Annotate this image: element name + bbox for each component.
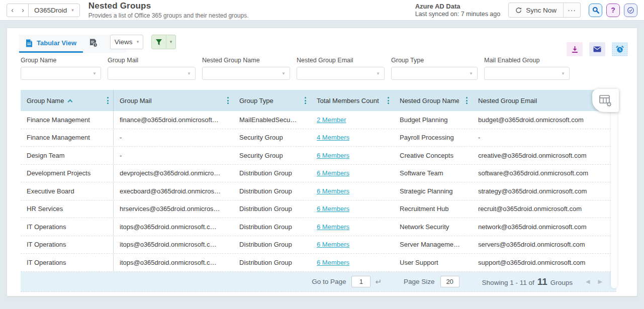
search-button[interactable] [589, 4, 602, 17]
filter-nested-group-email: Nested Group Email ▼ [297, 57, 385, 80]
showing-prefix: Showing 1 - 11 of [482, 279, 534, 286]
members-count-link[interactable]: 2 Member [317, 116, 346, 124]
cell-group-mail: itops@o365droid.onmicrosoft.c… [114, 254, 233, 271]
table-row[interactable]: IT Operationsitops@o365droid.onmicrosoft… [21, 236, 616, 254]
cell-nested-group-email: creative@o365droid.onmicrosoft.com [472, 147, 616, 164]
page-subtitle: Provides a list of Office 365 groups and… [88, 12, 249, 19]
column-menu-icon[interactable] [385, 95, 392, 106]
next-page-button[interactable]: ▶ [598, 278, 602, 285]
column-header-total-members-count[interactable]: Total Members Count [311, 90, 394, 111]
email-button[interactable] [589, 42, 605, 56]
page-size-input[interactable] [440, 276, 459, 287]
filter-label: Mail Enabled Group [484, 57, 570, 64]
sync-now-button[interactable]: Sync Now [509, 3, 564, 17]
filter-select-mail-enabled-group[interactable]: ▼ [484, 67, 570, 80]
sync-button-group: Sync Now ··· [508, 3, 581, 18]
cell-nested-group-name: Server Manageme… [394, 236, 472, 254]
scrollbar-track[interactable] [611, 104, 617, 288]
cell-members: 2 Member [311, 111, 394, 129]
filter-label: Nested Group Email [297, 57, 385, 64]
column-menu-icon[interactable] [464, 95, 470, 106]
more-options-button[interactable]: ··· [564, 3, 580, 17]
help-button[interactable]: ? [606, 4, 620, 17]
prev-page-button[interactable]: ◀ [586, 278, 590, 285]
column-label: Nested Group Name [400, 97, 459, 105]
filter-select-group-mail[interactable]: ▼ [108, 67, 196, 80]
column-settings-button[interactable] [592, 89, 619, 112]
table-row[interactable]: Finance Managementfinance@o365droid.onmi… [21, 111, 616, 129]
cell-group-mail: devprojects@o365droid.onmicro… [114, 165, 233, 182]
schedule-button[interactable] [612, 42, 628, 56]
column-menu-icon[interactable] [105, 95, 111, 106]
enter-icon: ↵ [375, 277, 382, 286]
cell-group-mail: execboard@o365droid.onmicros… [114, 182, 233, 200]
table-row[interactable]: IT Operationsitops@o365droid.onmicrosoft… [21, 218, 616, 236]
members-count-link[interactable]: 6 Members [317, 223, 349, 231]
column-header-group-type[interactable]: Group Type [233, 90, 311, 111]
table-row[interactable]: Development Projectsdevprojects@o365droi… [21, 165, 616, 183]
column-label: Group Mail [120, 97, 152, 105]
chevron-down-icon: ▼ [561, 71, 565, 76]
column-header-group-mail[interactable]: Group Mail [114, 90, 233, 111]
cell-members: 4 Members [311, 129, 394, 147]
filter-select-group-type[interactable]: ▼ [391, 67, 478, 80]
column-menu-icon[interactable] [225, 95, 231, 106]
forward-button[interactable]: › [18, 4, 28, 17]
app-selector-dropdown[interactable]: O365Droid ▾ [28, 4, 79, 17]
cell-group-name: Finance Management [21, 111, 114, 129]
chevron-down-icon: ▼ [187, 71, 191, 76]
cell-members: 6 Members [311, 218, 394, 236]
top-bar: ‹ › O365Droid ▾ Nested Groups Provides a… [0, 0, 644, 21]
members-count-link[interactable]: 6 Members [317, 241, 349, 248]
total-groups-count: 11 [537, 276, 547, 287]
cell-group-type: MailEnabledSecu… [233, 111, 311, 129]
cell-group-type: Security Group [233, 129, 311, 147]
table-row[interactable]: Finance Management-Security Group4 Membe… [21, 129, 616, 147]
filter-dropdown-button[interactable]: ▾ [166, 35, 175, 49]
column-header-nested-group-name[interactable]: Nested Group Name [394, 90, 472, 111]
members-count-link[interactable]: 6 Members [317, 259, 349, 266]
table-row[interactable]: IT Operationsitops@o365droid.onmicrosoft… [21, 254, 616, 272]
data-source-label: Azure AD Data [415, 3, 501, 10]
cell-group-mail: hrservices@o365droid.onmicros… [114, 200, 233, 218]
filter-label: Group Type [391, 57, 478, 64]
export-button[interactable] [567, 42, 583, 56]
tab-tabular-view[interactable]: Tabular View [19, 35, 83, 53]
showing-count: Showing 1 - 11 of 11 Groups [482, 276, 573, 287]
members-count-link[interactable]: 6 Members [317, 187, 349, 195]
column-label: Total Members Count [317, 97, 379, 105]
cell-group-mail: itops@o365droid.onmicrosoft.c… [114, 236, 233, 254]
page-number-input[interactable] [351, 276, 371, 287]
showing-suffix: Groups [550, 279, 573, 286]
cell-members: 6 Members [311, 165, 394, 182]
task-status-button[interactable] [624, 4, 637, 17]
back-button[interactable]: ‹ [7, 4, 18, 17]
filter-button[interactable] [152, 35, 166, 49]
members-count-link[interactable]: 4 Members [317, 134, 349, 141]
views-dropdown[interactable]: Views ▾ [110, 35, 143, 49]
members-count-link[interactable]: 6 Members [317, 152, 349, 159]
cell-group-type: Distribution Group [233, 200, 311, 218]
cell-group-mail: - [114, 147, 233, 164]
tab-scheduled-report-view[interactable] [83, 35, 104, 53]
cell-group-name: Development Projects [21, 165, 114, 182]
filter-group-mail: Group Mail ▼ [108, 57, 196, 80]
filter-select-nested-group-email[interactable]: ▼ [297, 67, 385, 80]
members-count-link[interactable]: 6 Members [317, 205, 349, 213]
cell-members: 6 Members [311, 236, 394, 254]
cell-group-name: HR Services [21, 200, 114, 218]
filter-mail-enabled-group: Mail Enabled Group ▼ [484, 57, 570, 80]
funnel-icon [155, 39, 162, 46]
filter-select-nested-group-name[interactable]: ▼ [202, 67, 290, 80]
filter-select-group-name[interactable]: ▼ [21, 67, 101, 80]
members-count-link[interactable]: 6 Members [317, 169, 349, 177]
pagination-bar: Go to Page ↵ Page Size Showing 1 - 11 of… [21, 272, 616, 292]
column-header-group-name[interactable]: Group Name [21, 90, 114, 111]
table-gear-icon [599, 94, 612, 107]
table-row[interactable]: Executive Boardexecboard@o365droid.onmic… [21, 182, 616, 200]
go-to-page-label: Go to Page [312, 278, 346, 285]
table-row[interactable]: Design Team-Security Group6 MembersCreat… [21, 147, 616, 165]
cell-nested-group-email: strategy@o365droid.onmicrosoft.com [472, 182, 616, 200]
column-menu-icon[interactable] [302, 95, 309, 106]
table-row[interactable]: HR Serviceshrservices@o365droid.onmicros… [21, 200, 616, 219]
